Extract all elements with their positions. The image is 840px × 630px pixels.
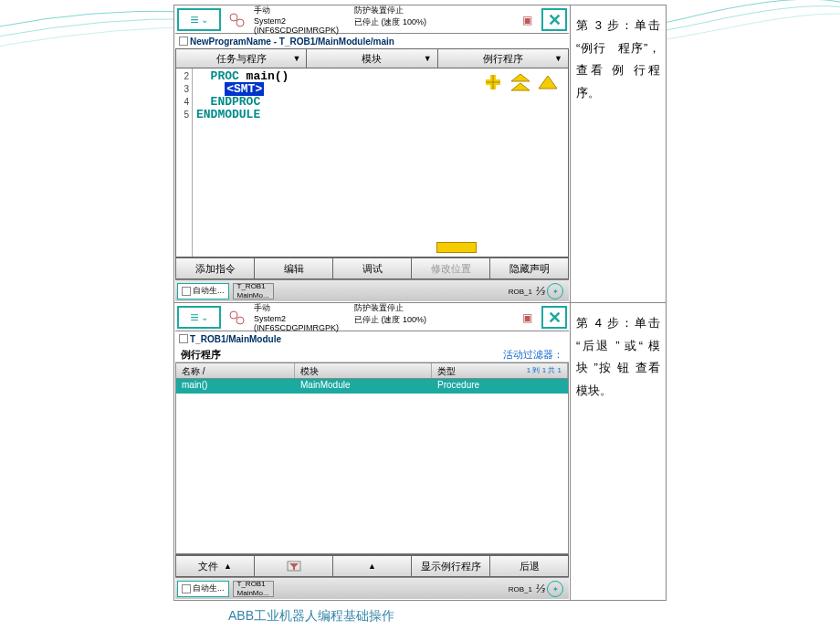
modify-position-button: 修改位置 <box>412 257 490 279</box>
window-icon: ▣ <box>514 6 540 33</box>
filter-button[interactable] <box>255 555 333 577</box>
main-menu-button[interactable]: ≡⌄ <box>177 8 221 31</box>
step3-description: 第 3 步：单击“例行 程序”，查看 例 行程序。 <box>571 5 666 302</box>
task-tab-auto[interactable]: 自动生... <box>177 581 229 597</box>
status-area: 手动防护装置停止 System2 (INF6SCDGPIMRGPK)已停止 (速… <box>250 6 514 33</box>
routine-label: 例行程序 <box>181 348 221 360</box>
svg-point-3 <box>236 317 244 324</box>
col-module: 模块 <box>295 363 432 378</box>
active-filter[interactable]: 活动过滤器： <box>503 348 563 360</box>
task-tab-rob1[interactable]: T_ROB1MainMo... <box>233 581 274 597</box>
svg-point-1 <box>236 19 244 26</box>
routine-list[interactable]: main() MainModule Procedure <box>175 379 569 554</box>
flexpendant-panel-2: ≡⌄ 手动防护装置停止 System2 (INF6SCDGPIMRGPK)已停止… <box>175 304 569 599</box>
joystick-icon: ✦ <box>547 581 563 597</box>
close-button[interactable]: ✕ <box>541 8 567 31</box>
close-button[interactable]: ✕ <box>541 306 567 329</box>
line-gutter: 2345 <box>176 68 193 257</box>
tab-routine[interactable]: 例行程序▼ <box>438 48 569 68</box>
footer-caption: ABB工业机器人编程基础操作 <box>228 608 394 625</box>
up-icon[interactable] <box>535 72 561 92</box>
tab-task-program[interactable]: 任务与程序▼ <box>175 48 307 68</box>
show-routine-button[interactable]: 显示例行程序 <box>412 555 490 577</box>
window-icon: ▣ <box>514 304 540 331</box>
steps-table: ≡⌄ 手动防护装置停止 System2 (INF6SCDGPIMRGPK)已停止… <box>173 5 667 601</box>
hide-declaration-button[interactable]: 隐藏声明 <box>490 257 569 279</box>
col-type: 类型 <box>437 365 456 376</box>
debug-button[interactable]: 调试 <box>333 257 412 279</box>
task-tab-rob1[interactable]: T_ROB1MainMo... <box>233 283 274 299</box>
svg-point-2 <box>230 311 237 319</box>
task-tab-auto[interactable]: 自动生... <box>177 283 229 299</box>
joystick-icon: ✦ <box>547 283 563 299</box>
path-bar: NewProgramName - T_ROB1/MainModule/main <box>175 34 569 48</box>
routine-row[interactable]: main() MainModule Procedure <box>176 379 568 394</box>
edit-button[interactable]: 编辑 <box>255 257 333 279</box>
routine-list-header: 名称 / 模块 类型1 到 1 共 1 <box>175 362 569 379</box>
rob-indicator[interactable]: ROB_1 ⅓ ✦ <box>509 282 563 300</box>
up-double-icon[interactable] <box>508 72 533 92</box>
smt-placeholder[interactable]: <SMT> <box>225 82 264 96</box>
col-name: 名称 / <box>176 363 295 378</box>
tab-module[interactable]: 模块▼ <box>307 48 437 68</box>
rob-indicator[interactable]: ROB_1 ⅓ ✦ <box>509 580 563 598</box>
back-button[interactable]: 后退 <box>490 555 569 577</box>
add-instruction-button[interactable]: 添加指令 <box>175 257 255 279</box>
path-bar: T_ROB1/MainModule <box>175 331 569 346</box>
minus-icon[interactable] <box>436 242 477 253</box>
blank-button: ▲ <box>333 555 412 577</box>
step4-description: 第 4 步：单击“后退 ” 或“ 模 块 ”按 钮 查看模块。 <box>571 303 666 600</box>
plus-icon[interactable] <box>480 72 506 92</box>
status-area: 手动防护装置停止 System2 (INF6SCDGPIMRGPK)已停止 (速… <box>250 304 514 331</box>
robot-icon <box>223 304 250 331</box>
svg-point-0 <box>230 14 237 21</box>
robot-icon <box>223 6 250 33</box>
flexpendant-panel-1: ≡⌄ 手动防护装置停止 System2 (INF6SCDGPIMRGPK)已停止… <box>175 6 569 301</box>
file-button[interactable]: 文件▲ <box>175 555 255 577</box>
code-editor[interactable]: 2345 PROC main() <SMT> ENDPROC ENDMODULE <box>175 68 569 257</box>
main-menu-button[interactable]: ≡⌄ <box>177 306 221 329</box>
